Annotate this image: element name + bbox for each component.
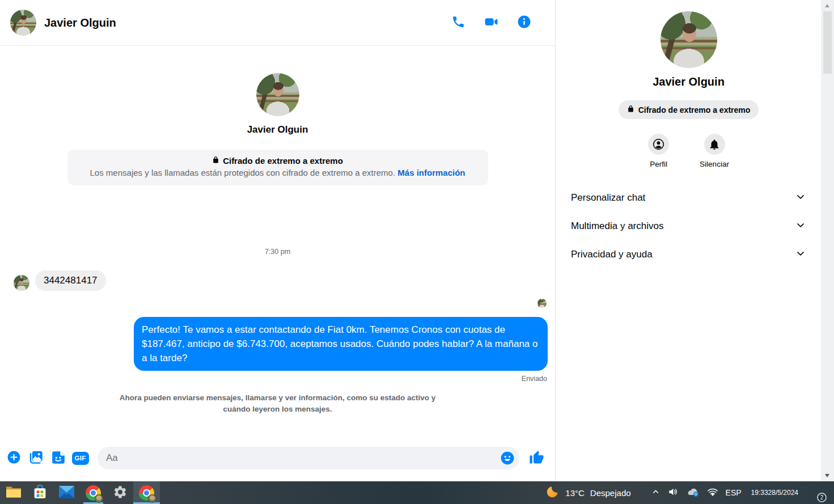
encryption-notice-body: Los mensajes y las llamadas están proteg… [77,167,479,179]
outgoing-message-bubble[interactable]: Perfecto! Te vamos a estar contactando d… [134,317,548,371]
seen-indicator-avatar [537,299,547,308]
chevron-down-icon [795,191,806,205]
taskbar-store-button[interactable] [27,481,53,504]
chevron-down-icon [795,219,806,234]
sender-avatar-small [14,275,29,291]
taskbar-mail-button[interactable] [53,481,80,504]
gif-button[interactable]: GIF [70,448,91,469]
message-input[interactable] [98,447,519,469]
chat-header: Javier Olguin [0,0,555,46]
page-scrollbar[interactable] [821,0,834,481]
tray-show-hidden-icons-button[interactable] [651,487,661,498]
open-more-actions-button[interactable] [3,448,24,469]
profile-button[interactable]: Perfil [648,134,669,168]
phone-icon [451,15,465,31]
profile-button-label: Perfil [650,160,667,168]
taskbar-chrome-button-1[interactable] [80,481,107,504]
encryption-badge-text: Cifrado de extremo a extremo [638,105,751,115]
voice-call-button[interactable] [451,15,465,31]
emoji-icon [500,459,515,467]
thumbs-up-icon [528,449,545,467]
sidebar-quick-actions: Perfil Silenciar [648,134,729,168]
attach-photo-button[interactable] [26,448,46,469]
tray-clock[interactable]: 19:33 28/5/2024 [751,489,798,497]
gif-icon: GIF [72,452,89,465]
conversation-info-button[interactable] [517,15,531,31]
tray-language-indicator[interactable]: ESP [726,488,742,497]
taskbar-settings-button[interactable] [107,481,133,504]
notification-count-badge: 2 [817,493,827,502]
scrollbar-thumb[interactable] [823,11,832,74]
moon-icon [545,485,560,501]
weather-condition: Despejado [590,488,631,498]
message-input-container [98,447,519,469]
chrome-browser-icon [139,485,154,501]
scrollbar-down-arrow[interactable] [825,474,829,477]
clock-date: 28/5/2024 [768,489,798,497]
profile-icon [648,134,669,155]
chat-panel: Javier Olguin Javier Olguin Cifrado de e… [0,0,556,481]
mail-icon [59,486,74,500]
message-status: Enviado [522,375,547,383]
choose-emoji-button[interactable] [500,451,515,465]
encryption-title-text: Cifrado de extremo a extremo [223,156,343,166]
chrome-profile-avatar [148,494,156,503]
conversation-area: Javier Olguin Cifrado de extremo a extre… [0,46,555,444]
windows-taskbar: 13°C Despejado ESP 19:33 28/5/2024 2 [0,481,834,504]
chat-header-actions [451,15,545,31]
taskbar-tray-area: 13°C Despejado ESP 19:33 28/5/2024 2 [545,481,834,504]
sticker-button[interactable] [48,448,69,469]
lock-icon [627,105,634,115]
send-like-button[interactable] [526,448,547,469]
plus-icon [7,450,21,466]
menu-item-media-files[interactable]: Multimedia y archivos [565,212,812,240]
encryption-notice-title: Cifrado de extremo a extremo [77,156,479,166]
conversation-info-sidebar: Javier Olguin Cifrado de extremo a extre… [556,0,821,481]
contact-intro-name: Javier Olguin [247,124,308,135]
incoming-message-row: 3442481417 [14,270,106,291]
contact-avatar-large[interactable] [256,73,299,116]
sidebar-contact-avatar[interactable] [661,11,717,68]
sidebar-contact-name: Javier Olguin [653,75,725,88]
message-composer: GIF [0,444,555,481]
contact-name[interactable]: Javier Olguin [44,16,116,29]
menu-item-privacy-help[interactable]: Privacidad y ayuda [565,240,812,269]
message-timestamp: 7:30 pm [265,248,290,256]
tray-onedrive-button[interactable] [686,487,700,499]
tray-volume-button[interactable] [668,486,679,499]
lock-icon [212,156,219,166]
wifi-icon [707,487,718,499]
sidebar-menu: Personalizar chat Multimedia y archivos … [556,184,821,269]
encryption-notice-card: Cifrado de extremo a extremo Los mensaje… [67,150,488,185]
encryption-badge[interactable]: Cifrado de extremo a extremo [619,100,759,119]
taskbar-file-explorer-button[interactable] [0,481,27,504]
mute-button[interactable]: Silenciar [700,134,729,168]
menu-item-customize-chat[interactable]: Personalizar chat [565,184,812,212]
chrome-browser-icon [86,485,101,501]
chevron-down-icon [795,248,806,262]
chrome-profile-avatar [95,494,103,503]
mute-button-label: Silenciar [700,160,729,168]
video-call-button[interactable] [484,15,499,31]
weather-temperature: 13°C [565,488,585,498]
video-call-icon [484,15,499,31]
contact-avatar[interactable] [10,10,36,36]
info-icon [517,15,531,31]
encryption-learn-more-link[interactable]: Más información [397,168,465,177]
volume-icon [668,486,679,499]
store-icon [33,484,47,501]
menu-item-label: Multimedia y archivos [571,221,663,232]
chevron-up-icon [651,487,661,498]
photo-icon [28,450,44,467]
taskbar-weather-widget[interactable]: 13°C Despejado [545,485,630,501]
scrollbar-up-arrow[interactable] [825,4,829,7]
incoming-message-bubble[interactable]: 3442481417 [35,270,106,291]
bell-icon [704,134,725,155]
tray-wifi-button[interactable] [707,487,718,499]
seen-indicator-row [537,299,547,308]
menu-item-label: Personalizar chat [571,192,645,204]
clock-time: 19:33 [751,489,768,497]
tray-notification-center-button[interactable]: 2 [808,486,823,499]
taskbar-chrome-button-2[interactable] [133,481,160,504]
sticker-icon [51,450,66,467]
